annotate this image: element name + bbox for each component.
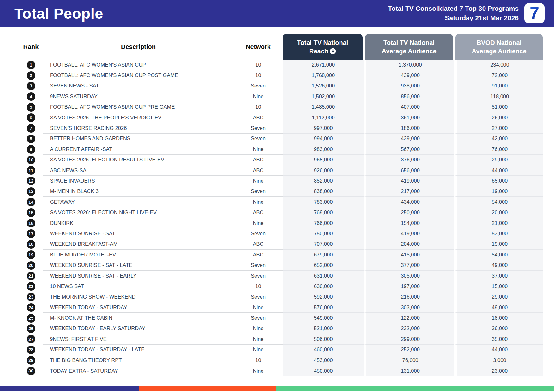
rank-cell: 15 (19, 207, 43, 218)
network-cell: Seven (234, 186, 283, 197)
rank-badge: 5 (27, 103, 35, 112)
table-row: 12 SPACE INVADERS Nine 852,000 419,000 6… (19, 176, 543, 186)
total-tv-reach-cell: 766,000 (283, 218, 364, 228)
rank-cell: 19 (19, 250, 43, 260)
total-tv-reach-cell: 707,000 (283, 239, 364, 250)
column-header-total-tv-reach[interactable]: Total TV National Reach (283, 34, 363, 60)
bvod-average-cell: 42,000 (454, 134, 543, 144)
avg-header-line2: Average Audience (382, 48, 436, 55)
footer-color-bar (0, 386, 554, 391)
rank-cell: 29 (19, 355, 43, 365)
rank-cell: 10 (19, 155, 43, 165)
rank-badge: 9 (27, 145, 35, 154)
rank-cell: 8 (19, 134, 43, 144)
network-cell: Nine (234, 302, 283, 313)
description-cell: M- KNOCK AT THE CABIN (43, 313, 234, 323)
table-row: 24 WEEKEND TODAY - SATURDAY Nine 576,000… (19, 302, 543, 313)
total-tv-reach-cell: 994,000 (283, 134, 364, 144)
rank-badge: 6 (27, 113, 35, 122)
column-header-description: Description (43, 43, 234, 51)
table-row: 17 WEEKEND SUNRISE - SAT Seven 750,000 4… (19, 228, 543, 239)
bvod-average-cell: 19,000 (454, 239, 543, 250)
total-tv-average-cell: 303,000 (364, 302, 454, 313)
bvod-average-cell: 36,000 (454, 323, 543, 334)
network-cell: 10 (234, 281, 283, 292)
column-header-total-tv-average[interactable]: Total TV National Average Audience (365, 34, 453, 60)
reach-header-line1: Total TV National (297, 39, 348, 46)
description-cell: 10 NEWS SAT (43, 281, 234, 292)
network-cell: Seven (234, 228, 283, 239)
column-header-bvod-average[interactable]: BVOD National Average Audience (455, 34, 543, 60)
bvod-average-cell: 18,000 (454, 313, 543, 323)
bvod-average-cell: 72,000 (454, 70, 543, 81)
total-tv-average-cell: 567,000 (364, 144, 454, 154)
rank-cell: 20 (19, 260, 43, 270)
total-tv-average-cell: 186,000 (364, 123, 454, 133)
network-cell: ABC (234, 155, 283, 165)
table-row: 5 FOOTBALL: AFC WOMEN'S ASIAN CUP PRE GA… (19, 102, 543, 112)
network-cell: 10 (234, 102, 283, 112)
description-cell: WEEKEND SUNRISE - SAT (43, 228, 234, 239)
rank-cell: 4 (19, 91, 43, 102)
table-body: 1 FOOTBALL: AFC WOMEN'S ASIAN CUP 10 2,6… (19, 60, 543, 376)
description-cell: SA VOTES 2026: THE PEOPLE'S VERDICT-EV (43, 112, 234, 123)
total-tv-reach-cell: 1,112,000 (283, 112, 364, 123)
rank-cell: 13 (19, 186, 43, 197)
rank-badge: 27 (27, 335, 35, 343)
network-cell: Nine (234, 323, 283, 334)
network-cell: Seven (234, 123, 283, 133)
rank-badge: 11 (27, 166, 35, 175)
report-subtitle-line1: Total TV Consolidated 7 Top 30 Programs (388, 4, 519, 13)
rank-badge: 30 (27, 367, 35, 375)
total-tv-reach-cell: 2,671,000 (283, 60, 364, 70)
rank-cell: 3 (19, 81, 43, 91)
report-date: Saturday 21st Mar 2026 (388, 13, 519, 23)
total-tv-reach-cell: 460,000 (283, 345, 364, 355)
table-row: 19 BLUE MURDER MOTEL-EV ABC 679,000 415,… (19, 250, 543, 260)
total-tv-average-cell: 377,000 (364, 260, 454, 270)
description-cell: M- MEN IN BLACK 3 (43, 186, 234, 197)
bvod-average-cell: 37,000 (454, 271, 543, 281)
rank-badge: 12 (27, 177, 35, 185)
network-cell: ABC (234, 250, 283, 260)
description-cell: WEEKEND TODAY - EARLY SATURDAY (43, 323, 234, 334)
description-cell: SEVEN NEWS - SAT (43, 81, 234, 91)
table-row: 26 WEEKEND TODAY - EARLY SATURDAY Nine 5… (19, 323, 543, 334)
network-cell: Nine (234, 218, 283, 228)
table-row: 22 10 NEWS SAT 10 630,000 197,000 15,000 (19, 281, 543, 292)
total-tv-reach-cell: 1,768,000 (283, 70, 364, 81)
table-row: 10 SA VOTES 2026: ELECTION RESULTS LIVE-… (19, 155, 543, 165)
description-cell: 9NEWS SATURDAY (43, 91, 234, 102)
network-cell: ABC (234, 112, 283, 123)
description-cell: THE MORNING SHOW - WEEKEND (43, 292, 234, 302)
table-row: 14 GETAWAY Nine 783,000 434,000 54,000 (19, 197, 543, 207)
rank-badge: 22 (27, 282, 35, 291)
description-cell: SPACE INVADERS (43, 176, 234, 186)
rank-cell: 16 (19, 218, 43, 228)
description-cell: 9NEWS: FIRST AT FIVE (43, 334, 234, 344)
seven-network-logo: 7 (524, 3, 545, 23)
rank-cell: 22 (19, 281, 43, 292)
seven-logo-glyph: 7 (530, 3, 539, 22)
banner-right: Total TV Consolidated 7 Top 30 Programs … (388, 3, 554, 23)
total-tv-reach-cell: 549,000 (283, 313, 364, 323)
table-row: 8 BETTER HOMES AND GARDENS Seven 994,000… (19, 134, 543, 144)
bvod-average-cell: 53,000 (454, 228, 543, 239)
network-cell: Seven (234, 260, 283, 270)
rank-cell: 27 (19, 334, 43, 344)
description-cell: SA VOTES 2026: ELECTION NIGHT LIVE-EV (43, 207, 234, 218)
table-row: 7 SEVEN'S HORSE RACING 2026 Seven 997,00… (19, 123, 543, 133)
footer-bar-orange-segment (139, 386, 277, 391)
rank-badge: 1 (27, 61, 35, 69)
network-cell: ABC (234, 207, 283, 218)
rank-badge: 4 (27, 92, 35, 101)
total-tv-reach-cell: 453,000 (283, 355, 364, 365)
page-title: Total People (14, 5, 103, 22)
sort-descending-icon[interactable] (330, 48, 336, 54)
footer-bar-blue-segment (0, 386, 139, 391)
network-cell: Nine (234, 334, 283, 344)
bvod-average-cell: 118,000 (454, 91, 543, 102)
total-tv-reach-cell: 1,485,000 (283, 102, 364, 112)
rank-badge: 19 (27, 250, 35, 259)
total-tv-average-cell: 122,000 (364, 313, 454, 323)
